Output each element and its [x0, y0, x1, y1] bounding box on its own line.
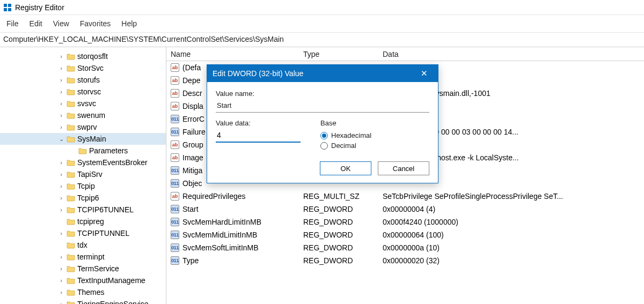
- tree-pane[interactable]: ›storqosflt›StorSvc›storufs›storvsc›svsv…: [0, 47, 166, 304]
- value-row[interactable]: 011SvcMemSoftLimitInMBREG_DWORD0x0000000…: [166, 241, 644, 254]
- column-data[interactable]: Data: [383, 50, 644, 58]
- tree-item-label: Parameters: [89, 146, 128, 155]
- menu-favorites[interactable]: Favorites: [75, 17, 116, 30]
- value-type: REG_DWORD: [303, 205, 383, 213]
- chevron-right-icon[interactable]: ›: [57, 124, 65, 130]
- tree-item-tcpip[interactable]: ›Tcpip: [0, 180, 166, 192]
- menu-file[interactable]: File: [1, 17, 24, 30]
- address-bar[interactable]: Computer\HKEY_LOCAL_MACHINE\SYSTEM\Curre…: [0, 33, 644, 47]
- tree-item-swprv[interactable]: ›swprv: [0, 121, 166, 133]
- tree-item-tcpip6[interactable]: ›Tcpip6: [0, 192, 166, 204]
- string-value-icon: ab: [171, 140, 179, 149]
- folder-icon: [67, 265, 75, 272]
- tree-item-label: SystemEventsBroker: [77, 158, 148, 167]
- tree-item-svsvc[interactable]: ›svsvc: [0, 98, 166, 109]
- chevron-right-icon[interactable]: ›: [57, 265, 65, 272]
- radio-decimal[interactable]: Decimal: [320, 142, 371, 150]
- tree-item-label: swprv: [77, 123, 97, 131]
- tree-item-tdx[interactable]: tdx: [0, 239, 166, 251]
- tree-item-label: TCPIPTUNNEL: [77, 229, 129, 238]
- value-name: SvcMemSoftLimitInMB: [182, 243, 303, 252]
- menu-help[interactable]: Help: [116, 17, 142, 30]
- chevron-right-icon[interactable]: ›: [57, 112, 65, 118]
- tree-item-swenum[interactable]: ›swenum: [0, 109, 166, 121]
- binary-value-icon: 011: [171, 166, 179, 175]
- chevron-right-icon[interactable]: ›: [57, 88, 65, 95]
- tree-item-systemeventsbroker[interactable]: ›SystemEventsBroker: [0, 157, 166, 168]
- folder-icon: [67, 288, 75, 296]
- value-row[interactable]: 011SvcMemMidLimitInMBREG_DWORD0x00000064…: [166, 228, 644, 241]
- value-data: 0x00000004 (4): [383, 205, 644, 213]
- folder-icon: [67, 218, 75, 225]
- chevron-right-icon[interactable]: ›: [57, 100, 65, 107]
- chevron-right-icon[interactable]: ›: [57, 301, 65, 304]
- menu-view[interactable]: View: [48, 17, 75, 30]
- binary-value-icon: 011: [171, 231, 179, 239]
- tree-item-sysmain[interactable]: ⌄SysMain: [0, 133, 166, 145]
- binary-value-icon: 011: [171, 179, 179, 188]
- chevron-right-icon[interactable]: ›: [57, 53, 65, 60]
- tree-item-themes[interactable]: ›Themes: [0, 286, 166, 298]
- chevron-right-icon[interactable]: ›: [57, 206, 65, 213]
- tree-item-label: SysMain: [77, 135, 106, 143]
- string-value-icon: ab: [171, 153, 179, 162]
- tree-item-tieringengineservice[interactable]: ›TieringEngineService: [0, 298, 166, 304]
- folder-icon: [67, 88, 75, 95]
- value-row[interactable]: abRequiredPrivilegesREG_MULTI_SZSeTcbPri…: [166, 190, 644, 203]
- dialog-title: Edit DWORD (32-bit) Value: [213, 69, 303, 78]
- folder-icon: [67, 170, 75, 178]
- chevron-right-icon[interactable]: ›: [57, 171, 65, 177]
- tree-item-tcpiptunnel[interactable]: ›TCPIPTUNNEL: [0, 227, 166, 239]
- radio-hexadecimal[interactable]: Hexadecimal: [320, 131, 371, 139]
- svg-rect-3: [8, 8, 11, 11]
- string-value-icon: ab: [171, 192, 179, 201]
- value-data-label: Value data:: [216, 119, 304, 127]
- column-headers[interactable]: Name Type Data: [166, 47, 644, 61]
- base-label: Base: [320, 119, 371, 127]
- value-row[interactable]: 011TypeREG_DWORD0x00000020 (32): [166, 254, 644, 267]
- tree-item-tcpip6tunnel[interactable]: ›TCPIP6TUNNEL: [0, 204, 166, 216]
- chevron-down-icon[interactable]: ⌄: [57, 136, 65, 143]
- menu-edit[interactable]: Edit: [24, 17, 48, 30]
- chevron-right-icon[interactable]: ›: [57, 159, 65, 166]
- tree-item-label: storvsc: [77, 87, 101, 96]
- svg-rect-0: [4, 4, 7, 7]
- value-type: REG_MULTI_SZ: [303, 192, 383, 201]
- chevron-right-icon[interactable]: ›: [57, 183, 65, 189]
- cancel-button[interactable]: Cancel: [378, 161, 429, 175]
- chevron-right-icon[interactable]: ›: [57, 77, 65, 83]
- dialog-title-bar[interactable]: Edit DWORD (32-bit) Value ✕: [207, 65, 438, 82]
- chevron-right-icon[interactable]: ›: [57, 195, 65, 201]
- tree-item-parameters[interactable]: Parameters: [0, 145, 166, 157]
- value-row[interactable]: 011SvcMemHardLimitInMBREG_DWORD0x000f424…: [166, 216, 644, 228]
- binary-value-icon: 011: [171, 218, 179, 226]
- chevron-right-icon[interactable]: ›: [57, 289, 65, 295]
- chevron-right-icon[interactable]: ›: [57, 254, 65, 260]
- tree-item-terminpt[interactable]: ›terminpt: [0, 251, 166, 263]
- string-value-icon: ab: [171, 89, 179, 98]
- tree-item-label: StorSvc: [77, 64, 104, 72]
- binary-value-icon: 011: [171, 205, 179, 213]
- value-data-input[interactable]: [216, 129, 301, 143]
- tree-item-termservice[interactable]: ›TermService: [0, 263, 166, 275]
- chevron-right-icon[interactable]: ›: [57, 65, 65, 71]
- column-name[interactable]: Name: [166, 50, 303, 58]
- folder-icon: [67, 253, 75, 261]
- tree-item-storufs[interactable]: ›storufs: [0, 74, 166, 86]
- tree-item-tcpipreg[interactable]: tcpipreg: [0, 216, 166, 227]
- value-row[interactable]: 011StartREG_DWORD0x00000004 (4): [166, 203, 644, 216]
- value-name: Start: [182, 205, 303, 213]
- column-type[interactable]: Type: [303, 50, 383, 58]
- title-bar: Registry Editor: [0, 0, 644, 15]
- tree-item-label: Themes: [77, 288, 105, 296]
- tree-item-textinputmanageme[interactable]: ›TextInputManageme: [0, 275, 166, 286]
- tree-item-tapisrv[interactable]: ›TapiSrv: [0, 168, 166, 180]
- ok-button[interactable]: OK: [320, 161, 371, 175]
- tree-item-storqosflt[interactable]: ›storqosflt: [0, 50, 166, 62]
- tree-item-storsvc[interactable]: ›StorSvc: [0, 62, 166, 74]
- chevron-right-icon[interactable]: ›: [57, 277, 65, 284]
- chevron-right-icon[interactable]: ›: [57, 230, 65, 236]
- tree-item-storvsc[interactable]: ›storvsc: [0, 86, 166, 98]
- folder-icon: [67, 53, 75, 60]
- close-icon[interactable]: ✕: [415, 69, 433, 78]
